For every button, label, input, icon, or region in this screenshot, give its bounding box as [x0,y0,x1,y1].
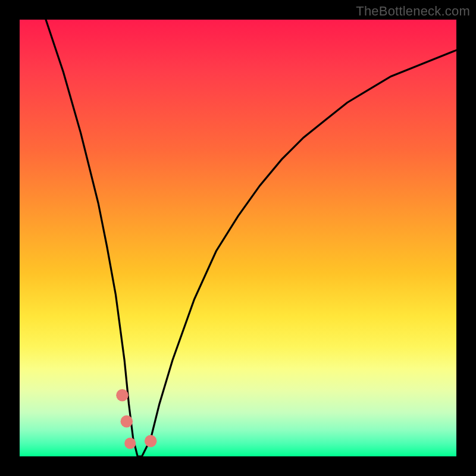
chart-marker-dot [145,435,157,447]
chart-marker-dot [116,389,129,402]
bottleneck-curve-line [46,20,456,456]
watermark-text: TheBottleneck.com [356,4,470,19]
chart-marker-dot [121,415,133,428]
chart-outer-frame: TheBottleneck.com [0,0,476,476]
chart-plot-area [20,20,456,456]
chart-svg [20,20,456,456]
chart-marker-dot [124,437,136,449]
